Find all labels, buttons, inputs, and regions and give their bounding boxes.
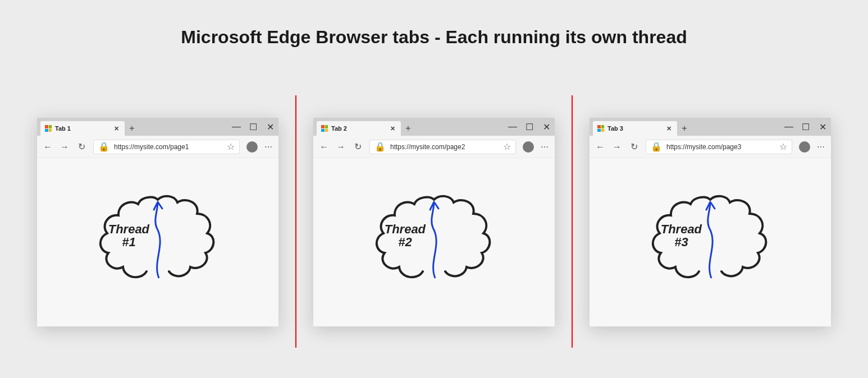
forward-icon[interactable]: → <box>60 142 70 152</box>
diagram-stage: Tab 1 ✕ + — ☐ ✕ ← → ↻ 🔒 https://mysite.c… <box>0 95 868 348</box>
url-text: https://mysite.com/page3 <box>666 143 775 151</box>
address-bar[interactable]: 🔒 https://mysite.com/page3 ☆ <box>646 140 792 154</box>
new-tab-button[interactable]: + <box>677 121 692 136</box>
forward-icon[interactable]: → <box>336 142 346 152</box>
maximize-button[interactable]: ☐ <box>521 118 538 136</box>
profile-avatar[interactable] <box>523 141 534 153</box>
refresh-icon[interactable]: ↻ <box>353 142 363 152</box>
close-window-button[interactable]: ✕ <box>538 118 555 136</box>
tab-title: Tab 1 <box>55 125 109 132</box>
diagram-title: Microsoft Edge Browser tabs - Each runni… <box>0 27 868 48</box>
thread-label: Thread #1 <box>108 223 149 248</box>
window-controls: — ☐ ✕ <box>780 118 831 136</box>
window-controls: — ☐ ✕ <box>228 118 278 136</box>
maximize-button[interactable]: ☐ <box>797 118 814 136</box>
browser-toolbar: ← → ↻ 🔒 https://mysite.com/page2 ☆ ⋯ <box>313 136 555 158</box>
minimize-button[interactable]: — <box>504 118 521 136</box>
more-menu-icon[interactable]: ⋯ <box>541 143 549 151</box>
close-tab-icon[interactable]: ✕ <box>665 125 673 132</box>
maximize-button[interactable]: ☐ <box>245 118 262 136</box>
thread-cloud-illustration <box>637 183 783 295</box>
close-tab-icon[interactable]: ✕ <box>389 125 396 132</box>
page-viewport: Thread #1 <box>37 158 278 326</box>
profile-avatar[interactable] <box>799 141 810 153</box>
window-titlebar: Tab 3 ✕ + — ☐ ✕ <box>590 118 831 136</box>
page-viewport: Thread #2 <box>313 158 555 326</box>
minimize-button[interactable]: — <box>228 118 245 136</box>
url-text: https://mysite.com/page1 <box>114 143 222 151</box>
browser-toolbar: ← → ↻ 🔒 https://mysite.com/page1 ☆ ⋯ <box>37 136 278 158</box>
new-tab-button[interactable]: + <box>401 121 415 136</box>
close-window-button[interactable]: ✕ <box>814 118 831 136</box>
favorite-star-icon[interactable]: ☆ <box>503 141 511 152</box>
separator-line <box>572 95 573 348</box>
refresh-icon[interactable]: ↻ <box>629 142 639 152</box>
address-bar[interactable]: 🔒 https://mysite.com/page2 ☆ <box>369 140 516 154</box>
lock-icon: 🔒 <box>98 141 109 152</box>
window-titlebar: Tab 2 ✕ + — ☐ ✕ <box>313 118 555 136</box>
back-icon[interactable]: ← <box>43 142 53 152</box>
favorite-star-icon[interactable]: ☆ <box>779 141 787 152</box>
microsoft-logo-icon <box>45 125 52 132</box>
url-text: https://mysite.com/page2 <box>390 143 499 151</box>
lock-icon: 🔒 <box>374 141 386 152</box>
new-tab-button[interactable]: + <box>125 121 139 136</box>
back-icon[interactable]: ← <box>319 142 329 152</box>
more-menu-icon[interactable]: ⋯ <box>817 143 825 151</box>
separator-line <box>295 95 296 348</box>
lock-icon: 🔒 <box>651 141 662 152</box>
more-menu-icon[interactable]: ⋯ <box>264 143 273 151</box>
profile-avatar[interactable] <box>246 141 258 153</box>
address-bar[interactable]: 🔒 https://mysite.com/page1 ☆ <box>93 140 240 154</box>
browser-window-1: Tab 1 ✕ + — ☐ ✕ ← → ↻ 🔒 https://mysite.c… <box>37 118 278 326</box>
close-window-button[interactable]: ✕ <box>262 118 278 136</box>
thread-cloud-illustration <box>85 183 231 295</box>
microsoft-logo-icon <box>597 125 604 132</box>
microsoft-logo-icon <box>321 125 328 132</box>
window-titlebar: Tab 1 ✕ + — ☐ ✕ <box>37 118 278 136</box>
minimize-button[interactable]: — <box>780 118 797 136</box>
tab-title: Tab 3 <box>607 125 661 132</box>
browser-window-2: Tab 2 ✕ + — ☐ ✕ ← → ↻ 🔒 https://mysite.c… <box>313 118 555 326</box>
browser-window-3: Tab 3 ✕ + — ☐ ✕ ← → ↻ 🔒 https://mysite.c… <box>590 118 831 326</box>
browser-tab[interactable]: Tab 1 ✕ <box>40 121 125 136</box>
browser-tab[interactable]: Tab 3 ✕ <box>593 121 677 136</box>
page-viewport: Thread #3 <box>590 158 831 326</box>
refresh-icon[interactable]: ↻ <box>76 142 86 152</box>
forward-icon[interactable]: → <box>612 142 622 152</box>
close-tab-icon[interactable]: ✕ <box>112 125 120 132</box>
thread-cloud-illustration <box>361 183 507 295</box>
favorite-star-icon[interactable]: ☆ <box>227 141 235 152</box>
thread-label: Thread #2 <box>385 223 426 248</box>
back-icon[interactable]: ← <box>595 142 605 152</box>
browser-toolbar: ← → ↻ 🔒 https://mysite.com/page3 ☆ ⋯ <box>590 136 831 158</box>
browser-tab[interactable]: Tab 2 ✕ <box>317 121 401 136</box>
window-controls: — ☐ ✕ <box>504 118 555 136</box>
thread-label: Thread #3 <box>661 223 702 248</box>
tab-title: Tab 2 <box>331 125 385 132</box>
